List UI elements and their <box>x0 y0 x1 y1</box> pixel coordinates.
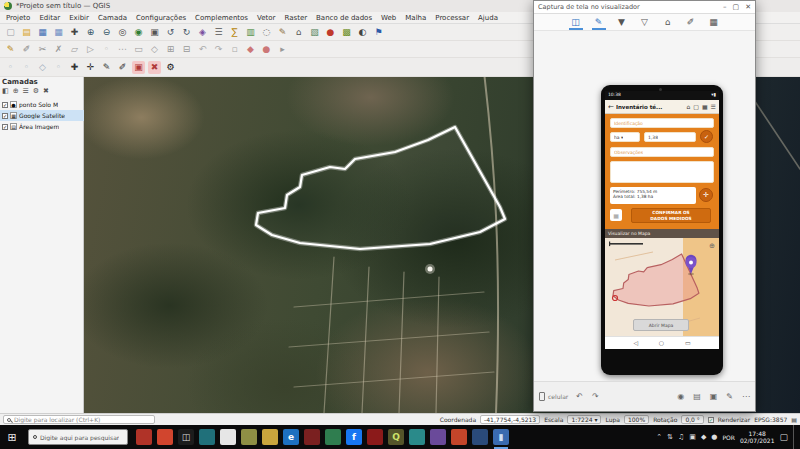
active-app-icon[interactable]: ▮ <box>493 429 509 445</box>
antivirus-icon[interactable]: ◆ <box>701 434 706 441</box>
task-view-icon[interactable]: ◫ <box>178 429 194 445</box>
select-icon[interactable]: ▣ <box>148 26 161 39</box>
edge-icon[interactable]: e <box>283 429 299 445</box>
rotation-value[interactable]: 0,0 ° <box>681 415 703 424</box>
filter-icon[interactable]: ▼ <box>615 15 629 30</box>
menu-item[interactable]: Raster <box>284 14 307 22</box>
layer-checkbox[interactable]: ✓ <box>2 102 8 108</box>
render-checkbox[interactable]: ✓ <box>708 417 714 423</box>
grid-icon[interactable]: ▦ <box>702 104 708 110</box>
remove-layer-icon[interactable]: ✖ <box>43 88 49 95</box>
map-preview[interactable]: ⊕ Abrir Mapa <box>605 238 719 336</box>
menu-item[interactable]: Banco de dados <box>316 14 372 22</box>
network-icon[interactable]: ⇅ <box>667 434 673 441</box>
filter-legend-icon[interactable]: ⚙ <box>33 88 39 95</box>
menu-icon[interactable]: ☰ <box>711 104 716 110</box>
attribute-table-icon[interactable]: ☰ <box>212 26 225 39</box>
plugin-a-icon[interactable]: ◦ <box>4 61 17 74</box>
add-feature-icon[interactable]: ✐ <box>20 43 33 56</box>
name-field[interactable]: Identificação <box>610 118 714 128</box>
close-button[interactable]: ✕ <box>745 4 751 11</box>
rotate-feature-icon[interactable]: ▷ <box>84 43 97 56</box>
mirror-titlebar[interactable]: Captura de tela no visualizador –▢✕ <box>534 1 755 14</box>
notes-field[interactable]: Observações <box>610 147 714 157</box>
menu-item[interactable]: Editar <box>39 14 60 22</box>
identify-icon[interactable]: ◉ <box>132 26 145 39</box>
layer-checkbox[interactable]: ✓ <box>2 113 8 119</box>
blue-app-icon[interactable] <box>472 429 488 445</box>
measure-button[interactable]: ✛ <box>699 188 713 202</box>
undo-view-icon[interactable]: ↺ <box>164 26 177 39</box>
menu-item[interactable]: Malha <box>405 14 426 22</box>
redo-icon[interactable]: ↷ <box>212 43 225 56</box>
coordinate-value[interactable]: -41,7754,-4,5213 <box>480 415 540 424</box>
save-project-icon[interactable]: ▦ <box>36 26 49 39</box>
locator-search[interactable]: Digite para localizar (Ctrl+K) <box>3 415 155 424</box>
start-button[interactable]: ⊞ <box>0 425 24 449</box>
gold-app-icon[interactable] <box>262 429 278 445</box>
clipboard-icon[interactable]: ▣ <box>710 393 718 401</box>
new-layer-icon[interactable]: ▥ <box>244 26 257 39</box>
open-layer-styling-icon[interactable]: ◧ <box>2 88 9 95</box>
layer-row[interactable]: ✓ ● ponto Solo M <box>0 99 84 110</box>
zoom-out-icon[interactable]: ⊖ <box>100 26 113 39</box>
nav-recents-icon[interactable]: ▭ <box>685 340 691 346</box>
cut-features-icon[interactable]: ✂ <box>36 43 49 56</box>
back-arrow-icon[interactable]: ← <box>608 103 614 111</box>
white-app-icon[interactable] <box>220 429 236 445</box>
home-icon[interactable]: ⌂ <box>686 104 690 110</box>
add-group-icon[interactable]: ⊕ <box>13 88 19 95</box>
gps-icon[interactable]: ● <box>324 26 337 39</box>
menu-item[interactable]: Ajuda <box>478 14 498 22</box>
edit-icon[interactable]: ✎ <box>726 393 733 401</box>
delete-icon[interactable]: ✗ <box>52 43 65 56</box>
minimize-button[interactable]: – <box>723 4 727 11</box>
layer-label[interactable]: Google Satelite <box>19 112 65 119</box>
settings-gear-icon[interactable]: ⚙ <box>164 61 177 74</box>
green-app-icon[interactable] <box>325 429 341 445</box>
cancel-tool-icon[interactable]: ✖ <box>148 61 161 74</box>
flag-tool-icon[interactable]: ⚑ <box>372 26 385 39</box>
nav-home-icon[interactable]: ○ <box>659 340 664 346</box>
plugin-d-icon[interactable]: ◦ <box>52 61 65 74</box>
open-map-button[interactable]: Abrir Mapa <box>633 319 689 331</box>
menu-item[interactable]: Processar <box>435 14 469 22</box>
grid-icon[interactable]: ▦ <box>707 15 721 30</box>
new-project-icon[interactable]: ▢ <box>4 26 17 39</box>
add-part-icon[interactable]: ⊞ <box>164 43 177 56</box>
edit-icon[interactable]: ✐ <box>684 15 698 30</box>
filter-alt-icon[interactable]: ▽ <box>638 15 652 30</box>
annotation-icon[interactable]: ✎ <box>276 26 289 39</box>
menu-item[interactable]: Complementos <box>195 14 248 22</box>
diamond-tool-icon[interactable]: ◇ <box>148 43 161 56</box>
maximize-button[interactable]: ▢ <box>733 4 740 11</box>
tracing-icon[interactable]: ● <box>260 43 273 56</box>
action-center-icon[interactable]: ▢ <box>779 432 788 442</box>
confirm-button[interactable]: CONFIRMAR OS DADOS MEDIDOS <box>631 208 711 223</box>
edit-label-icon[interactable]: ✎ <box>100 61 113 74</box>
taskbar-search[interactable]: Digite aqui para pesquisar <box>28 429 128 445</box>
red-app-icon[interactable] <box>136 429 152 445</box>
grid-tool-icon[interactable]: ▩ <box>340 26 353 39</box>
layer-checkbox[interactable]: ✓ <box>2 124 8 130</box>
highlight-tool-icon[interactable]: ▣ <box>132 61 145 74</box>
keyboard-icon[interactable]: ▤ <box>693 393 701 401</box>
darkred-app-icon[interactable] <box>304 429 320 445</box>
zoom-full-icon[interactable]: ◎ <box>116 26 129 39</box>
zoom-in-icon[interactable]: ⊕ <box>84 26 97 39</box>
raster-tool-icon[interactable]: ▧ <box>308 26 321 39</box>
messages-icon[interactable]: ▤ <box>791 416 797 423</box>
vertex-tool-icon[interactable]: ◦ <box>100 43 113 56</box>
purple-app-icon[interactable] <box>430 429 446 445</box>
bookmark-icon[interactable]: ◈ <box>196 26 209 39</box>
show-desktop-button[interactable] <box>793 425 797 449</box>
home-icon[interactable]: ⌂ <box>661 15 675 30</box>
manage-themes-icon[interactable]: ☰ <box>23 88 29 95</box>
menu-item[interactable]: Web <box>381 14 396 22</box>
scale-select[interactable]: 1:7224 ▾ <box>567 415 601 424</box>
redo-view-icon[interactable]: ↻ <box>180 26 193 39</box>
menu-item[interactable]: Projeto <box>6 14 30 22</box>
menu-item[interactable]: Camada <box>98 14 127 22</box>
screenshot-icon[interactable]: ◫ <box>569 15 583 30</box>
small-square-icon[interactable]: ▫ <box>228 43 241 56</box>
